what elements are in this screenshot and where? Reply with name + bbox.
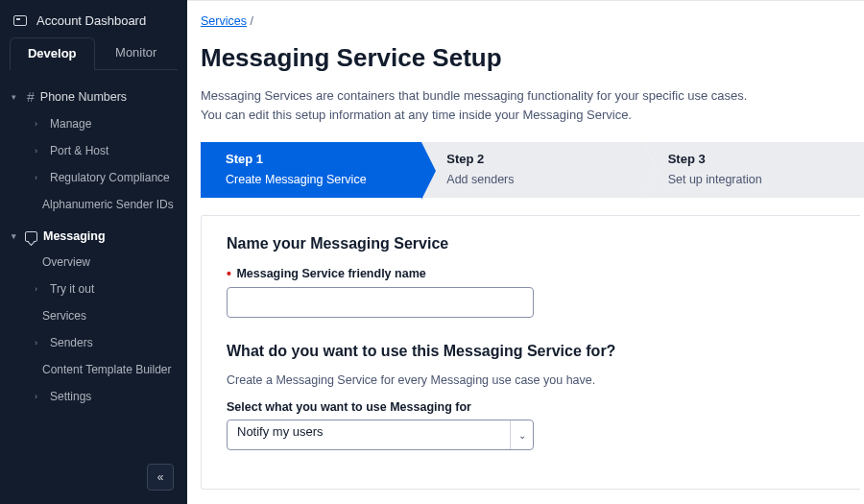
step-desc: Add senders: [446, 173, 514, 186]
intro-line-2: You can edit this setup information at a…: [201, 106, 843, 125]
stepper-step-1[interactable]: Step 1 Create Messaging Service: [201, 142, 421, 198]
hash-icon: #: [27, 89, 35, 105]
breadcrumb-services-link[interactable]: Services: [201, 14, 247, 28]
nav-item-label: Services: [42, 309, 86, 323]
stepper-step-3[interactable]: Step 3 Set up integration: [643, 142, 864, 198]
nav-item-manage[interactable]: › Manage: [0, 110, 187, 137]
purpose-select-wrap: Notify my users ⌄: [227, 420, 534, 450]
step-desc: Set up integration: [668, 173, 762, 186]
step-label: Step 3: [668, 152, 849, 166]
stepper-step-2[interactable]: Step 2 Add senders: [421, 142, 642, 198]
purpose-select-label: Select what you want to use Messaging fo…: [227, 400, 835, 414]
breadcrumb-separator: /: [250, 14, 252, 28]
nav-item-alphanumeric[interactable]: Alphanumeric Sender IDs: [0, 191, 187, 218]
nav-item-label: Try it out: [50, 282, 94, 296]
dashboard-icon: [13, 15, 27, 26]
purpose-helper: Create a Messaging Service for every Mes…: [227, 373, 835, 387]
purpose-select[interactable]: Notify my users: [227, 420, 534, 450]
form-panel: Name your Messaging Service • Messaging …: [201, 215, 860, 490]
sidebar-nav: ▾ # Phone Numbers › Manage › Port & Host…: [0, 70, 187, 504]
friendly-name-label: • Messaging Service friendly name: [227, 266, 835, 281]
sidebar: Account Dashboard Develop Monitor ▾ # Ph…: [0, 0, 187, 504]
messaging-icon: [25, 231, 37, 242]
nav-item-port-host[interactable]: › Port & Host: [0, 137, 187, 164]
chevron-right-icon: ›: [35, 338, 42, 348]
nav-group-label: Messaging: [43, 229, 106, 243]
main-content: Services / Messaging Service Setup Messa…: [187, 0, 864, 504]
name-section-title: Name your Messaging Service: [227, 235, 835, 252]
nav-item-label: Content Template Builder: [42, 363, 172, 376]
friendly-name-input[interactable]: [227, 287, 534, 318]
sidebar-header: Account Dashboard: [0, 0, 187, 37]
nav-group-phone-numbers[interactable]: ▾ # Phone Numbers: [0, 84, 187, 110]
required-marker: •: [227, 266, 231, 281]
page-title: Messaging Service Setup: [187, 36, 864, 86]
nav-item-regulatory[interactable]: › Regulatory Compliance: [0, 164, 187, 191]
chevron-right-icon: ›: [35, 284, 42, 294]
chevron-right-icon: ›: [35, 119, 42, 129]
page-intro: Messaging Services are containers that b…: [187, 86, 864, 142]
nav-item-content-template[interactable]: Content Template Builder: [0, 356, 187, 383]
stepper: Step 1 Create Messaging Service Step 2 A…: [201, 142, 864, 198]
sidebar-title: Account Dashboard: [36, 13, 146, 28]
nav-item-try-it-out[interactable]: › Try it out: [0, 276, 187, 302]
tab-develop[interactable]: Develop: [10, 37, 95, 70]
nav-item-label: Settings: [50, 390, 91, 403]
chevron-right-icon: ›: [35, 392, 42, 401]
chevron-down-icon: ▾: [12, 231, 19, 241]
nav-item-label: Manage: [50, 117, 91, 131]
nav-item-label: Port & Host: [50, 144, 108, 157]
sidebar-collapse-button[interactable]: «: [147, 464, 174, 491]
tab-monitor[interactable]: Monitor: [95, 37, 179, 70]
nav-item-label: Regulatory Compliance: [50, 171, 170, 184]
chevron-down-icon: ▾: [12, 92, 19, 102]
nav-item-label: Alphanumeric Sender IDs: [42, 198, 174, 211]
step-desc: Create Messaging Service: [226, 173, 367, 186]
chevron-right-icon: ›: [35, 173, 42, 182]
purpose-section-title: What do you want to use this Messaging S…: [227, 343, 835, 360]
friendly-name-label-text: Messaging Service friendly name: [236, 267, 425, 280]
nav-group-messaging[interactable]: ▾ Messaging: [0, 224, 187, 249]
breadcrumb: Services /: [187, 14, 864, 36]
sidebar-tabs: Develop Monitor: [0, 37, 187, 70]
nav-group-label: Phone Numbers: [40, 90, 127, 104]
step-label: Step 2: [446, 152, 627, 166]
nav-item-overview[interactable]: Overview: [0, 249, 187, 276]
chevron-right-icon: ›: [35, 146, 42, 156]
nav-item-settings[interactable]: › Settings: [0, 383, 187, 410]
intro-line-1: Messaging Services are containers that b…: [201, 86, 843, 106]
nav-item-label: Senders: [50, 336, 93, 349]
nav-item-services[interactable]: Services: [0, 302, 187, 329]
nav-item-senders[interactable]: › Senders: [0, 329, 187, 356]
step-label: Step 1: [226, 152, 406, 166]
chevron-double-left-icon: «: [157, 470, 164, 484]
nav-item-label: Overview: [42, 255, 90, 269]
